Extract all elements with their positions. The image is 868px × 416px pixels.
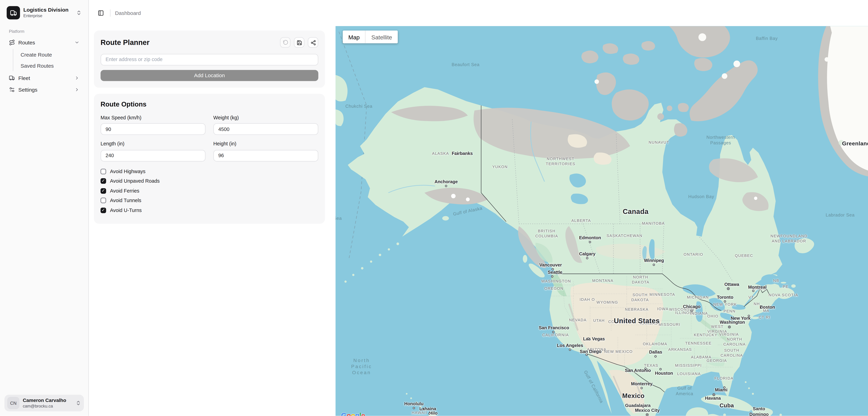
region-label-northwest-territories: NORTHWEST TERRITORIES <box>546 157 576 166</box>
settings-sliders-icon <box>9 87 15 93</box>
city-label-san-francisco: San Francisco <box>539 325 569 331</box>
sidebar-item-saved-routes[interactable]: Saved Routes <box>17 60 84 71</box>
route-icon <box>9 39 15 45</box>
city-marker-havana <box>713 393 715 396</box>
sidebar-item-label: Fleet <box>19 75 30 81</box>
region-label-florida: FLORIDA <box>715 377 734 381</box>
sidebar-section-label: Platform <box>9 29 79 34</box>
region-label-nunavut: NUNAVUT <box>649 140 669 145</box>
map-labels: Beaufort SeaChukchi SeaBaffin BayNorthwe… <box>336 26 868 416</box>
field-label: Length (in) <box>100 141 206 147</box>
city-label-montreal: Montreal <box>748 285 767 290</box>
city-label-fairbanks: Fairbanks <box>452 151 473 157</box>
length-in-input[interactable] <box>100 150 206 161</box>
weight-kg-field: Weight (kg) <box>213 115 318 135</box>
region-label-quebec: QUEBEC <box>735 254 753 258</box>
height-in-field: Height (in) <box>213 141 318 161</box>
region-label-kansas: KANSAS <box>640 321 658 326</box>
city-label-guadalajara: Guadalajara <box>625 403 651 409</box>
checkbox-avoid-unpaved-roads[interactable]: Avoid Unpaved Roads <box>100 178 318 184</box>
user-name: Cameron Carvalho <box>23 397 72 404</box>
region-label-louisiana: LOUISIANA <box>677 372 701 377</box>
sidebar-item-fleet[interactable]: Fleet <box>4 72 84 84</box>
address-input[interactable] <box>100 54 318 65</box>
region-label-north-carolina: NORTH CAROLINA <box>723 338 746 347</box>
checkbox-avoid-u-turns[interactable]: Avoid U-Turns <box>100 207 318 213</box>
city-label-las-vegas: Las Vegas <box>583 337 605 342</box>
weight-kg-input[interactable] <box>213 123 318 135</box>
checkbox-box[interactable] <box>100 207 106 213</box>
city-label-san-antonio: San Antonio <box>625 368 651 374</box>
city-marker-los-angeles <box>569 349 571 351</box>
chevron-right-icon <box>74 87 80 92</box>
region-label-indiana: INDIANA <box>690 311 708 316</box>
sidebar-item-settings[interactable]: Settings <box>4 84 84 95</box>
checkbox-avoid-tunnels[interactable]: Avoid Tunnels <box>100 198 318 203</box>
region-label-washington: WASHINGTON <box>541 279 571 284</box>
satellite-view-button[interactable]: Satellite <box>365 31 398 43</box>
sidebar-item-label: Routes <box>19 39 35 45</box>
city-marker-houston <box>659 368 662 371</box>
height-in-input[interactable] <box>213 150 318 161</box>
region-label-kentucky: KENTUCKY <box>694 333 717 338</box>
region-label-south-carolina: SOUTH CAROLINA <box>721 349 743 358</box>
checkbox-box[interactable] <box>100 188 106 193</box>
city-marker-winnipeg <box>653 264 655 266</box>
region-label-north-dakota: NORTH DAKOTA <box>632 275 649 285</box>
truck-logo-icon <box>7 6 20 20</box>
city-label-boston: Boston <box>760 305 775 311</box>
checkbox-box[interactable] <box>100 198 106 203</box>
max-speed-km-h-input[interactable] <box>100 123 206 135</box>
sidebar-nav: Routes Create Route Saved Routes Fleet <box>4 37 84 95</box>
map-view-button[interactable]: Map <box>343 31 365 43</box>
share-button[interactable] <box>308 37 318 48</box>
city-label-hilo: Hilo <box>429 411 437 416</box>
route-options-card: Route Options Max Speed (km/h)Weight (kg… <box>94 94 325 224</box>
region-label-utah: UTAH <box>593 319 605 323</box>
sidebar-toggle-button[interactable] <box>95 8 105 18</box>
map-panel[interactable]: Beaufort SeaChukchi SeaBaffin BayNorthwe… <box>336 26 868 416</box>
city-label-toronto: Toronto <box>717 295 734 300</box>
region-label-colorado: COLORADO <box>608 320 633 324</box>
user-email: cam@brocku.ca <box>23 404 72 409</box>
region-label-ohio: OHIO <box>707 314 718 319</box>
city-label-monterrey: Monterrey <box>631 382 653 387</box>
region-label-nebraska: NEBRASKA <box>625 308 649 312</box>
water-label-chukchi-sea: Chukchi Sea <box>345 104 372 109</box>
country-label-greenland: Greenland <box>842 140 868 147</box>
city-marker-ottawa <box>727 287 730 290</box>
city-marker-lahaina <box>422 408 424 411</box>
undo-button[interactable] <box>280 37 290 48</box>
region-label-alberta: ALBERTA <box>571 219 591 223</box>
city-label-edmonton: Edmonton <box>579 235 601 241</box>
city-marker-new-york <box>748 315 750 317</box>
city-label-winnipeg: Winnipeg <box>644 258 664 264</box>
sidebar-item-create-route[interactable]: Create Route <box>17 49 84 60</box>
city-label-lahaina: Lahaina <box>420 407 436 412</box>
divider <box>110 9 111 17</box>
region-label-california: CALIFORNIA <box>542 333 569 338</box>
city-marker-hilo <box>428 413 431 415</box>
region-label-georgia: GEORGIA <box>707 359 727 363</box>
user-menu[interactable]: CN Cameron Carvalho cam@brocku.ca <box>4 395 84 412</box>
checkbox-avoid-highways[interactable]: Avoid Highways <box>100 168 318 174</box>
checkbox-box[interactable] <box>100 168 106 174</box>
org-switcher[interactable]: Logistics Division Enterprise <box>4 4 84 21</box>
city-marker-san-antonio <box>645 368 647 370</box>
region-label-hawaii: HAWAII <box>412 411 427 415</box>
city-marker-dallas <box>654 355 657 358</box>
checkbox-avoid-ferries[interactable]: Avoid Ferries <box>100 188 318 193</box>
region-label-new-york: NEW YORK <box>713 302 737 307</box>
sidebar-item-routes[interactable]: Routes <box>4 37 84 48</box>
city-marker-monterrey <box>641 387 643 389</box>
city-label-seattle: Seattle <box>548 270 562 276</box>
save-button[interactable] <box>294 37 305 48</box>
region-label-ct-ri: CT RI <box>758 315 770 320</box>
city-label-los-angeles: Los Angeles <box>557 343 583 349</box>
add-location-button[interactable]: Add Location <box>100 70 318 81</box>
route-planner-title: Route Planner <box>100 38 150 47</box>
region-label-idah-o: IDAH O <box>580 297 595 302</box>
field-label: Weight (kg) <box>213 115 318 120</box>
country-label-canada: Canada <box>623 208 648 217</box>
checkbox-box[interactable] <box>100 178 106 184</box>
